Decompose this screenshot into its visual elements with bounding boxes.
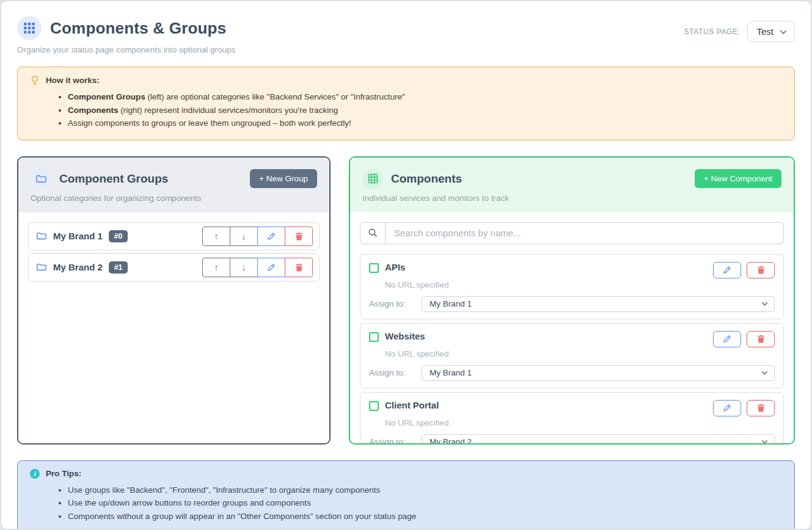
pro-tips-box: i Pro Tips: Use groups like "Backend", "… (17, 460, 795, 530)
trash-icon (757, 266, 765, 274)
groups-list: My Brand 1 #0 ↑ ↓ My Brand 2 #1 (18, 212, 329, 443)
page-subtitle: Organize your status page components int… (17, 45, 235, 54)
chevron-down-icon (762, 300, 768, 306)
pencil-icon (723, 335, 731, 343)
edit-component-button[interactable] (713, 400, 741, 416)
group-order-badge: #1 (109, 261, 128, 274)
assign-group-select[interactable]: My Brand 2 (422, 434, 775, 443)
assigned-group-value: My Brand 2 (430, 437, 472, 443)
search-input[interactable] (386, 222, 784, 244)
component-actions (713, 262, 775, 278)
group-actions: ↑ ↓ (202, 258, 313, 277)
component-checkbox[interactable] (369, 332, 379, 342)
components-body: APIs No URL specified Assign to: My Bran… (350, 212, 794, 443)
assign-group-select[interactable]: My Brand 1 (422, 365, 775, 381)
chevron-down-icon (780, 27, 786, 34)
component-checkbox[interactable] (369, 401, 379, 411)
edit-group-button[interactable] (257, 227, 285, 246)
how-it-works-title: How it works: (46, 76, 100, 85)
how-it-works-list: Component Groups (left) are optional cat… (68, 90, 782, 130)
delete-group-button[interactable] (285, 258, 313, 277)
pro-tip-bullet: Components without a group will appear i… (68, 510, 782, 523)
assigned-group-value: My Brand 1 (430, 299, 472, 308)
components-panel-subtitle: Individual services and monitors to trac… (362, 194, 781, 203)
component-name: APIs (385, 262, 405, 272)
folder-icon (36, 263, 47, 272)
component-actions (713, 331, 775, 347)
how-it-works-bullet: Component Groups (left) are optional cat… (68, 90, 782, 104)
component-url-status: No URL specified (385, 349, 775, 358)
move-up-button[interactable]: ↑ (202, 227, 230, 246)
delete-component-button[interactable] (747, 262, 775, 278)
page-card: Components & Groups Organize your status… (1, 1, 811, 529)
pro-tip-bullet: Use the up/down arrow buttons to reorder… (68, 496, 782, 510)
group-row: My Brand 1 #0 ↑ ↓ (28, 222, 320, 250)
folder-icon (31, 169, 51, 189)
component-groups-panel: Component Groups + New Group Optional ca… (17, 156, 331, 445)
assign-to-label: Assign to: (369, 437, 422, 443)
group-row: My Brand 2 #1 ↑ ↓ (28, 253, 320, 281)
assign-to-label: Assign to: (369, 368, 422, 377)
trash-icon (295, 263, 303, 272)
component-url-status: No URL specified (385, 418, 775, 427)
table-grid-icon (362, 169, 383, 189)
component-name: Client Portal (385, 400, 439, 410)
component-search (360, 222, 784, 244)
edit-component-button[interactable] (713, 262, 741, 278)
pro-tips-title: Pro Tips: (46, 469, 81, 478)
pencil-icon (267, 232, 276, 241)
new-component-button[interactable]: + New Component (695, 169, 781, 188)
groups-panel-subtitle: Optional categories for organizing compo… (31, 194, 317, 203)
status-page-selector: STATUS PAGE: Test (684, 21, 795, 42)
groups-panel-header: Component Groups + New Group Optional ca… (18, 158, 329, 212)
group-order-badge: #0 (109, 230, 128, 242)
group-name: My Brand 1 (53, 231, 103, 241)
header-left: Components & Groups Organize your status… (17, 16, 235, 54)
status-page-value: Test (756, 26, 774, 37)
groups-panel-title: Component Groups (59, 172, 168, 186)
page-header: Components & Groups Organize your status… (17, 16, 795, 54)
components-list: APIs No URL specified Assign to: My Bran… (360, 254, 784, 443)
component-checkbox[interactable] (369, 263, 379, 273)
delete-component-button[interactable] (747, 400, 775, 416)
component-name: Websites (385, 331, 425, 341)
how-it-works-box: How it works: Component Groups (left) ar… (17, 67, 795, 140)
component-row: APIs No URL specified Assign to: My Bran… (360, 254, 784, 319)
folder-icon (36, 231, 47, 241)
component-row: Websites No URL specified Assign to: My … (360, 323, 784, 388)
edit-group-button[interactable] (257, 258, 285, 277)
trash-icon (757, 404, 765, 412)
component-actions (713, 400, 775, 416)
pencil-icon (723, 404, 731, 412)
panels-row: Component Groups + New Group Optional ca… (17, 156, 795, 445)
assigned-group-value: My Brand 1 (430, 368, 472, 377)
move-down-button[interactable]: ↓ (230, 258, 258, 277)
trash-icon (295, 232, 303, 241)
components-grid-icon (17, 16, 42, 40)
assign-to-label: Assign to: (369, 299, 422, 308)
delete-component-button[interactable] (747, 331, 775, 347)
pencil-icon (267, 263, 276, 272)
components-panel-header: Components + New Component Individual se… (350, 158, 794, 212)
trash-icon (757, 335, 765, 343)
page-title: Components & Groups (50, 19, 226, 38)
components-panel: Components + New Component Individual se… (349, 156, 795, 445)
new-group-button[interactable]: + New Group (250, 169, 317, 188)
lightbulb-icon (30, 75, 40, 85)
edit-component-button[interactable] (713, 331, 741, 347)
pro-tip-bullet: Use groups like "Backend", "Frontend", "… (68, 484, 782, 497)
how-it-works-bullet: Assign components to groups or leave the… (68, 117, 782, 130)
status-page-dropdown[interactable]: Test (747, 21, 795, 42)
delete-group-button[interactable] (285, 227, 313, 246)
assign-group-select[interactable]: My Brand 1 (422, 296, 775, 312)
chevron-down-icon (762, 438, 768, 443)
move-down-button[interactable]: ↓ (230, 227, 258, 246)
component-url-status: No URL specified (385, 280, 775, 289)
components-panel-title: Components (391, 172, 462, 186)
pencil-icon (723, 266, 731, 274)
status-page-label: STATUS PAGE: (684, 27, 741, 36)
info-icon: i (30, 469, 40, 479)
component-row: Client Portal No URL specified Assign to… (360, 392, 784, 443)
move-up-button[interactable]: ↑ (202, 258, 230, 277)
group-actions: ↑ ↓ (202, 227, 313, 246)
